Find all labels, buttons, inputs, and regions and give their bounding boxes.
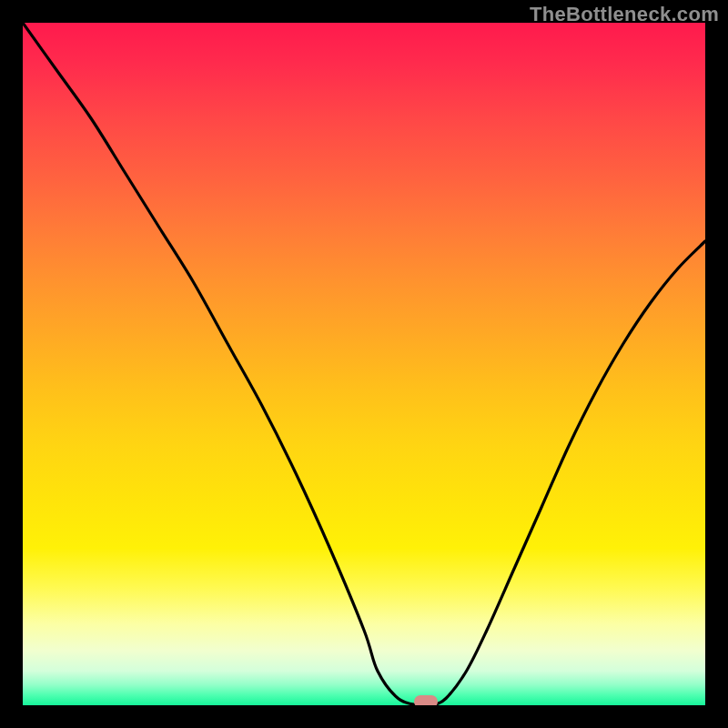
optimum-marker [414, 695, 438, 705]
curve-svg [23, 23, 705, 705]
plot-area [23, 23, 705, 705]
chart-frame: TheBottleneck.com [0, 0, 728, 728]
bottleneck-curve-path [23, 23, 705, 705]
